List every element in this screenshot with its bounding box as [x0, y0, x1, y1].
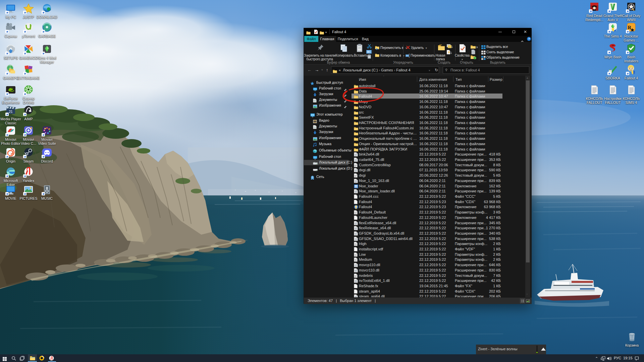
svg-text:21: 21: [9, 110, 13, 114]
svg-text:R: R: [628, 25, 632, 30]
svg-text:W: W: [367, 51, 370, 53]
